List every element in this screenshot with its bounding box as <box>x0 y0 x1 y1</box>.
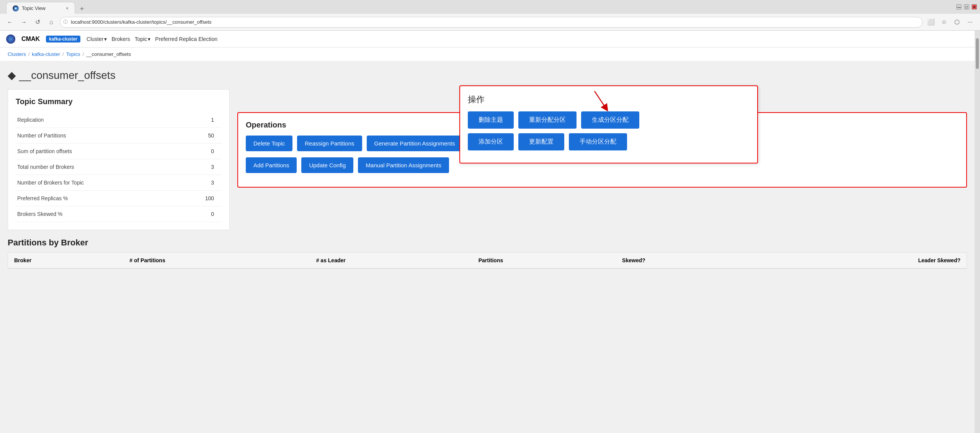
nav-preferred-replica[interactable]: Preferred Replica Election <box>155 36 217 42</box>
breadcrumb-sep-2: / <box>62 51 64 57</box>
breadcrumb-kafka-cluster[interactable]: kafka-cluster <box>32 51 60 57</box>
app-body: CMAK kafka-cluster Cluster ▾ Brokers Top… <box>0 31 980 433</box>
summary-label: Sum of partition offsets <box>16 144 179 159</box>
maximize-btn[interactable]: □ <box>964 4 969 10</box>
topic-summary-title: Topic Summary <box>16 97 222 106</box>
cluster-badge[interactable]: kafka-cluster <box>46 36 80 42</box>
nav-bar: ← → ↺ ⌂ ⓘ localhost:9000/clusters/kafka-… <box>0 14 980 31</box>
breadcrumb-topics[interactable]: Topics <box>66 51 80 57</box>
scrollbar-thumb[interactable] <box>976 38 979 69</box>
new-tab-btn[interactable]: + <box>77 3 87 14</box>
summary-label: Brokers Skewed % <box>16 206 179 222</box>
col-num-partitions: # of Partitions <box>123 253 310 269</box>
summary-value: 3 <box>179 159 222 175</box>
summary-value: 3 <box>179 175 222 191</box>
summary-label: Replication <box>16 112 179 128</box>
summary-table: Replication1Number of Partitions50Sum of… <box>16 112 222 222</box>
refresh-btn[interactable]: ↺ <box>32 17 43 28</box>
browser-tab[interactable]: Topic View × <box>6 2 75 14</box>
chinese-generate-btn[interactable]: 生成分区分配 <box>581 111 639 129</box>
manual-partition-assignments-btn[interactable]: Manual Partition Assignments <box>358 157 449 173</box>
col-leader-skewed: Leader Skewed? <box>754 253 967 269</box>
address-bar[interactable]: ⓘ localhost:9000/clusters/kafka-cluster/… <box>60 17 923 28</box>
back-btn[interactable]: ← <box>5 17 15 28</box>
summary-label: Number of Partitions <box>16 128 179 144</box>
minimize-btn[interactable]: — <box>956 4 962 10</box>
app-content: CMAK kafka-cluster Cluster ▾ Brokers Top… <box>0 31 975 433</box>
app-logo <box>6 34 15 44</box>
summary-row: Number of Partitions50 <box>16 128 222 144</box>
menu-btn[interactable]: ··· <box>965 17 975 28</box>
summary-value: 1 <box>179 112 222 128</box>
summary-value: 0 <box>179 206 222 222</box>
right-col: 操作 删除主题 重新分配分区 生成分区分配 添加分区 更新配置 手动分区分配 <box>237 89 967 230</box>
summary-label: Preferred Replicas % <box>16 191 179 206</box>
app-title: CMAK <box>21 36 40 42</box>
chinese-manual-btn[interactable]: 手动分区分配 <box>569 133 627 150</box>
breadcrumb-clusters[interactable]: Clusters <box>8 51 26 57</box>
summary-label: Number of Brokers for Topic <box>16 175 179 191</box>
breadcrumb-sep-3: / <box>83 51 84 57</box>
page-inner: ◆ __consumer_offsets Topic Summary Repli… <box>0 61 975 276</box>
svg-point-1 <box>15 8 16 9</box>
delete-topic-btn[interactable]: Delete Topic <box>246 136 292 151</box>
summary-row: Replication1 <box>16 112 222 128</box>
title-bar: Topic View × + — □ ✕ <box>0 0 980 14</box>
reassign-partitions-btn[interactable]: Reassign Partitions <box>297 136 362 151</box>
update-config-btn[interactable]: Update Config <box>301 157 353 173</box>
chinese-delete-btn[interactable]: 删除主题 <box>468 111 514 129</box>
arrow-annotation <box>237 89 967 112</box>
summary-label: Total number of Brokers <box>16 159 179 175</box>
page-title: ◆ __consumer_offsets <box>8 69 967 82</box>
window-controls: — □ ✕ <box>956 4 977 10</box>
nav-cluster[interactable]: Cluster ▾ <box>87 36 107 42</box>
generate-partition-assignments-btn[interactable]: Generate Partition Assignments <box>367 136 463 151</box>
chinese-btn-row-2: 添加分区 更新配置 手动分区分配 <box>468 133 750 150</box>
col-partitions: Partitions <box>472 253 616 269</box>
address-text: localhost:9000/clusters/kafka-cluster/to… <box>71 19 212 25</box>
forward-btn[interactable]: → <box>18 17 29 28</box>
tab-close-btn[interactable]: × <box>66 6 69 11</box>
summary-row: Sum of partition offsets0 <box>16 144 222 159</box>
nav-topic[interactable]: Topic ▾ <box>135 36 151 42</box>
partitions-by-broker-section: Partitions by Broker Broker # of Partiti… <box>8 238 967 269</box>
summary-row: Number of Brokers for Topic3 <box>16 175 222 191</box>
summary-value: 100 <box>179 191 222 206</box>
page-title-text: __consumer_offsets <box>19 69 116 82</box>
col-skewed: Skewed? <box>616 253 754 269</box>
topic-summary-card: Topic Summary Replication1Number of Part… <box>8 89 230 230</box>
partitions-broker-title: Partitions by Broker <box>8 238 967 248</box>
svg-line-2 <box>595 91 606 108</box>
summary-row: Preferred Replicas %100 <box>16 191 222 206</box>
favorites-btn[interactable]: ☆ <box>939 17 949 28</box>
summary-row: Total number of Brokers3 <box>16 159 222 175</box>
close-btn[interactable]: ✕ <box>972 4 977 10</box>
col-as-leader: # as Leader <box>310 253 472 269</box>
summary-value: 50 <box>179 128 222 144</box>
summary-row: Brokers Skewed %0 <box>16 206 222 222</box>
broker-table: Broker # of Partitions # as Leader Parti… <box>8 252 967 269</box>
tab-title: Topic View <box>22 5 63 11</box>
chinese-reassign-btn[interactable]: 重新分配分区 <box>518 111 577 129</box>
add-partitions-btn[interactable]: Add Partitions <box>246 157 297 173</box>
app-header: CMAK kafka-cluster Cluster ▾ Brokers Top… <box>0 31 975 47</box>
tab-favicon <box>13 5 19 11</box>
chinese-add-btn[interactable]: 添加分区 <box>468 133 514 150</box>
col-broker: Broker <box>8 253 124 269</box>
address-bar-icon: ⓘ <box>63 19 68 25</box>
summary-value: 0 <box>179 144 222 159</box>
breadcrumb-sep-1: / <box>28 51 30 57</box>
main-two-col: Topic Summary Replication1Number of Part… <box>8 89 967 230</box>
breadcrumb-bar: Clusters / kafka-cluster / Topics / __co… <box>0 47 975 61</box>
collections-btn[interactable]: ⬡ <box>952 17 962 28</box>
sidebar-toggle-btn[interactable]: ⬜ <box>926 17 936 28</box>
chinese-btn-row-1: 删除主题 重新分配分区 生成分区分配 <box>468 111 750 129</box>
page-title-dot: ◆ <box>8 69 16 82</box>
nav-brokers[interactable]: Brokers <box>111 36 130 42</box>
chinese-update-btn[interactable]: 更新配置 <box>518 133 564 150</box>
nav-right-buttons: ⬜ ☆ ⬡ ··· <box>926 17 975 28</box>
home-btn[interactable]: ⌂ <box>46 17 57 28</box>
scrollbar[interactable] <box>975 31 980 433</box>
breadcrumb: Clusters / kafka-cluster / Topics / __co… <box>8 51 967 57</box>
app-nav: Cluster ▾ Brokers Topic ▾ Preferred Repl… <box>87 36 217 42</box>
